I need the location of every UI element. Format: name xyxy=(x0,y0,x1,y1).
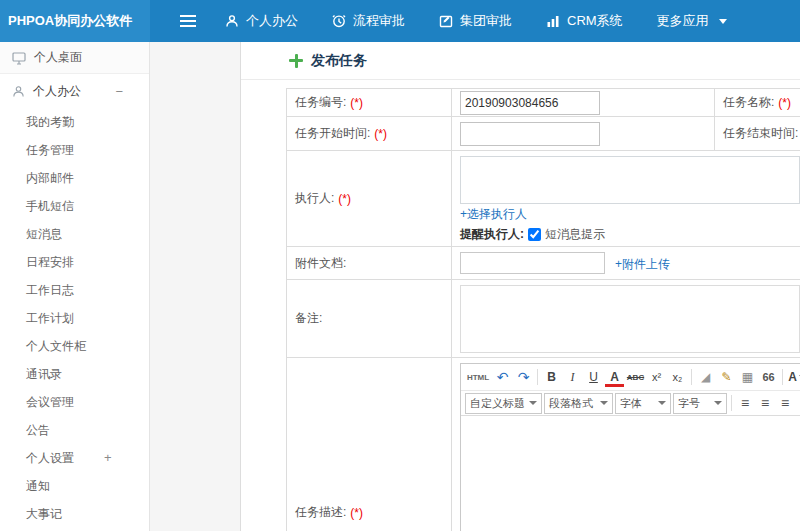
sidebar-item-label: 日程安排 xyxy=(26,248,74,276)
top-navbar: PHPOA协同办公软件 个人办公 流程审批 集团审批 CRM系统 更多应用 xyxy=(0,0,800,42)
nav-item-group-approval[interactable]: 集团审批 xyxy=(422,0,529,42)
editor-format-brush-button[interactable]: ✎ xyxy=(717,367,736,387)
description-label-cell: 任务描述: (*) xyxy=(287,358,452,531)
sidebar-item-notice[interactable]: 通知 xyxy=(0,472,149,500)
editor-toolbar-row1: HTML ↶ ↷ B I U A ABC x² x₂ ◢ ✎ xyxy=(461,364,800,390)
editor-html-button[interactable]: HTML xyxy=(465,367,491,387)
nav-item-label: CRM系统 xyxy=(567,12,623,30)
sidebar-item-internal-mail[interactable]: 内部邮件 xyxy=(0,164,149,192)
person-icon xyxy=(12,85,25,98)
editor-font-color-button[interactable]: A xyxy=(605,370,624,387)
remark-textarea[interactable] xyxy=(460,285,800,353)
sidebar-item-attendance[interactable]: 我的考勤 xyxy=(0,108,149,136)
sidebar-item-work-plan[interactable]: 工作计划 xyxy=(0,304,149,332)
form-row-description: 任务描述: (*) HTML ↶ ↷ B I U A ABC x² xyxy=(287,358,800,531)
required-mark: (*) xyxy=(338,192,351,206)
caret-down-icon xyxy=(714,401,722,405)
nav-item-more-apps[interactable]: 更多应用 xyxy=(640,0,744,42)
editor-remove-format-button[interactable]: ◢ xyxy=(696,367,715,387)
attachment-input[interactable] xyxy=(460,252,605,274)
sidebar-item-task-management[interactable]: 任务管理 xyxy=(0,136,149,164)
remind-executor-label: 提醒执行人: xyxy=(460,226,524,243)
editor-align-center-button[interactable]: ≡ xyxy=(756,393,774,413)
editor-redo-button[interactable]: ↷ xyxy=(514,367,533,387)
nav-item-workflow-approval[interactable]: 流程审批 xyxy=(315,0,422,42)
group-approval-icon xyxy=(439,14,453,28)
sidebar-item-schedule[interactable]: 日程安排 xyxy=(0,248,149,276)
editor-fill-color-button[interactable]: ▦ xyxy=(738,367,757,387)
sidebar-item-announcement[interactable]: 公告 xyxy=(0,416,149,444)
editor-superscript-button[interactable]: x² xyxy=(647,367,666,387)
end-time-label: 任务结束时间: xyxy=(723,125,798,142)
sidebar-item-label: 任务管理 xyxy=(26,136,74,164)
nav-item-personal-office[interactable]: 个人办公 xyxy=(208,0,315,42)
select-executor-link[interactable]: +选择执行人 xyxy=(460,206,527,223)
attachment-field-cell: +附件上传 xyxy=(452,247,800,280)
start-time-label: 任务开始时间: xyxy=(295,125,370,142)
remark-label: 备注: xyxy=(295,310,322,327)
sidebar-item-label: 会议管理 xyxy=(26,388,74,416)
font-size-select-label: 字号 xyxy=(678,396,700,411)
editor-bold-button[interactable]: B xyxy=(542,367,561,387)
description-label: 任务描述: xyxy=(295,504,346,521)
collapse-icon[interactable]: − xyxy=(115,84,123,99)
sidebar-item-label: 我的考勤 xyxy=(26,108,74,136)
task-number-input[interactable] xyxy=(460,91,600,115)
sidebar-item-work-log[interactable]: 工作日志 xyxy=(0,276,149,304)
sidebar-item-personal-desktop[interactable]: 个人桌面 xyxy=(0,42,149,74)
task-number-field-cell xyxy=(452,89,715,117)
editor-align-right-button[interactable]: ≡ xyxy=(776,393,794,413)
attachment-upload-link[interactable]: +附件上传 xyxy=(615,256,670,273)
sidebar-item-label: 手机短信 xyxy=(26,192,74,220)
sidebar-item-contacts[interactable]: 通讯录 xyxy=(0,360,149,388)
sidebar-item-meeting-management[interactable]: 会议管理 xyxy=(0,388,149,416)
required-mark: (*) xyxy=(350,96,363,110)
sidebar-group-personal-office[interactable]: 个人办公 − xyxy=(0,74,149,108)
sidebar-item-label: 个人桌面 xyxy=(34,49,82,66)
editor-blockquote-button[interactable]: 66 xyxy=(759,367,778,387)
editor-heading-select[interactable]: 自定义标题 xyxy=(465,393,542,414)
editor-font-family-select[interactable]: 字体 xyxy=(615,393,671,414)
editor-font-dropdown-button[interactable]: A xyxy=(787,367,800,387)
editor-subscript-button[interactable]: x₂ xyxy=(668,367,687,387)
sidebar-item-mobile-sms[interactable]: 手机短信 xyxy=(0,192,149,220)
executor-textarea[interactable] xyxy=(460,156,800,204)
sidebar-item-file-cabinet[interactable]: 个人文件柜 xyxy=(0,332,149,360)
expand-icon[interactable]: + xyxy=(104,444,112,472)
editor-content-area[interactable] xyxy=(461,416,800,531)
nav-item-label: 更多应用 xyxy=(657,12,709,30)
nav-item-label: 集团审批 xyxy=(460,12,512,30)
executor-field-cell: +选择执行人 提醒执行人: 短消息提示 xyxy=(452,151,800,247)
editor-toolbar-row2: 自定义标题 段落格式 字体 字号 xyxy=(461,390,800,416)
page-title: 发布任务 xyxy=(311,52,367,70)
heading-select-label: 自定义标题 xyxy=(470,396,525,411)
sidebar-item-personal-settings[interactable]: 个人设置 + xyxy=(0,444,149,472)
sidebar-item-events[interactable]: 大事记 xyxy=(0,500,149,528)
editor-italic-button[interactable]: I xyxy=(563,367,582,387)
nav-item-crm[interactable]: CRM系统 xyxy=(529,0,640,42)
task-name-label: 任务名称: xyxy=(723,94,774,111)
sidebar-group-label: 个人办公 xyxy=(33,83,81,100)
flow-approval-icon xyxy=(332,14,346,28)
user-icon xyxy=(225,14,239,28)
editor-paragraph-select[interactable]: 段落格式 xyxy=(544,393,613,414)
toolbar-separator xyxy=(537,369,538,385)
editor-font-size-select[interactable]: 字号 xyxy=(673,393,727,414)
start-time-label-cell: 任务开始时间: (*) xyxy=(287,117,452,151)
required-mark: (*) xyxy=(374,127,387,141)
toolbar-separator xyxy=(782,369,783,385)
sidebar-item-label: 内部邮件 xyxy=(26,164,74,192)
form-row-attachment: 附件文档: +附件上传 xyxy=(287,247,800,280)
sms-remind-checkbox[interactable] xyxy=(528,228,541,241)
page-header: 发布任务 xyxy=(241,42,800,80)
remark-label-cell: 备注: xyxy=(287,280,452,358)
editor-underline-button[interactable]: U xyxy=(584,367,603,387)
editor-undo-button[interactable]: ↶ xyxy=(493,367,512,387)
editor-align-left-button[interactable]: ≡ xyxy=(736,393,754,413)
sidebar-item-label: 通讯录 xyxy=(26,360,62,388)
start-time-input[interactable] xyxy=(460,122,600,146)
attachment-label: 附件文档: xyxy=(295,255,346,272)
editor-strikethrough-button[interactable]: ABC xyxy=(626,367,645,387)
sidebar-item-short-message[interactable]: 短消息 xyxy=(0,220,149,248)
menu-toggle-button[interactable] xyxy=(168,0,208,42)
